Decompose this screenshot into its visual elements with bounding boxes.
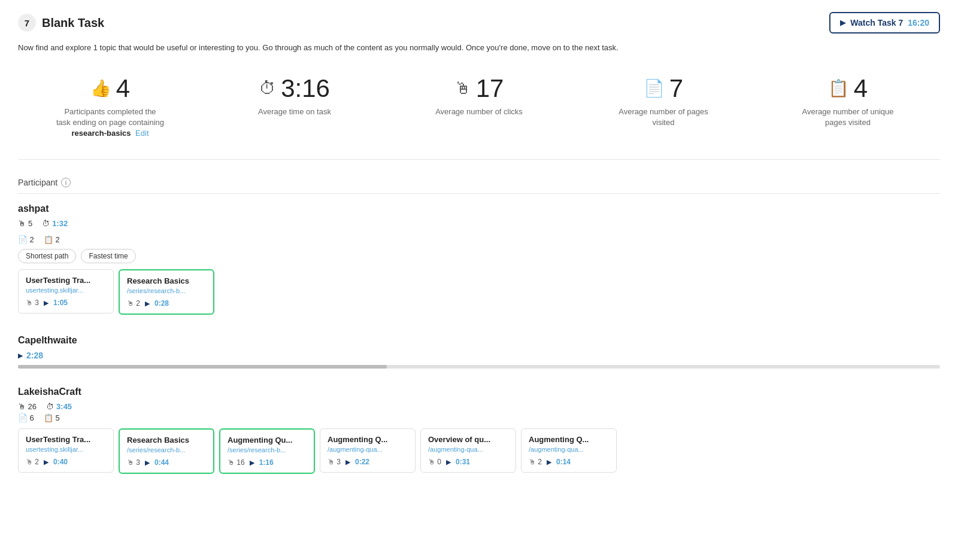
page-time-rb: 0:28 bbox=[154, 299, 169, 308]
page-card-lk-4: Augmenting Q... /augmenting-qua... 🖱 3 ▶… bbox=[320, 428, 416, 473]
play-lk6: ▶ bbox=[547, 458, 551, 466]
badge-fastest-time[interactable]: Fastest time bbox=[81, 249, 135, 263]
participant-ashpat-stats: 🖱 5 ⏱ 1:32 bbox=[18, 219, 940, 230]
task-number: 7 bbox=[18, 14, 36, 32]
badge-shortest-path[interactable]: Shortest path bbox=[18, 249, 76, 263]
scroll-thumb-cap bbox=[18, 365, 387, 369]
stat-clicks-value: 17 bbox=[476, 74, 504, 103]
section-label: Participant bbox=[18, 178, 57, 187]
stat-clicks: 🖱 17 Average number of clicks bbox=[387, 68, 571, 145]
page-card-stats-lk1: 🖱 2 ▶ 0:40 bbox=[26, 458, 106, 466]
page-card-title: UserTesting Tra... bbox=[26, 276, 106, 285]
stat-participants-value: 4 bbox=[116, 74, 130, 103]
clicks-lk2: 🖱 3 bbox=[127, 458, 140, 467]
play-icon-card-rb: ▶ bbox=[145, 300, 150, 308]
clicks-lk3: 🖱 16 bbox=[228, 458, 245, 467]
clicks-lk5: 🖱 0 bbox=[428, 458, 441, 466]
page-card-lk-6: Augmenting Q... /augmenting-qua... 🖱 2 ▶… bbox=[521, 428, 617, 473]
stat-pages-label: Average number of pages visited bbox=[610, 106, 717, 128]
stat-unique: 📋 4 Average number of unique pages visit… bbox=[756, 68, 940, 145]
play-lk3: ▶ bbox=[250, 459, 254, 467]
participant-capelthwaite: Capelthwaite ▶ 2:28 bbox=[18, 335, 940, 369]
page-card-stats-lk5: 🖱 0 ▶ 0:31 bbox=[428, 458, 508, 466]
play-lk1: ▶ bbox=[44, 458, 48, 466]
lakeisha-pages: 📄 6 bbox=[18, 413, 34, 422]
page-card-stats-rb: 🖱 2 ▶ 0:28 bbox=[127, 299, 206, 308]
page-card-title-lk5: Overview of qu... bbox=[428, 435, 508, 444]
stat-clicks-label: Average number of clicks bbox=[435, 106, 523, 117]
section-header: Participant i bbox=[18, 178, 940, 194]
edit-link[interactable]: Edit bbox=[135, 129, 148, 138]
participant-name-ashpat: ashpat bbox=[18, 203, 940, 214]
stat-pages-value: 7 bbox=[669, 74, 683, 103]
page-card-title-lk4: Augmenting Q... bbox=[328, 435, 408, 444]
page-card-title-lk6: Augmenting Q... bbox=[529, 435, 609, 444]
play-icon: ▶ bbox=[840, 19, 845, 27]
play-lk5: ▶ bbox=[446, 458, 451, 466]
page-card-url-rb[interactable]: /series/research-b... bbox=[127, 287, 206, 294]
ashpat-pages-row: UserTesting Tra... usertesting.skilljar.… bbox=[18, 269, 940, 317]
time-lk4: 0:22 bbox=[355, 458, 369, 466]
page-card-url[interactable]: usertesting.skilljar... bbox=[26, 287, 106, 294]
ashpat-clicks: 🖱 5 bbox=[18, 219, 32, 228]
page-card-url-lk1[interactable]: usertesting.skilljar... bbox=[26, 446, 106, 453]
task-description: Now find and explore 1 topic that would … bbox=[18, 42, 940, 54]
page-card-stats-lk4: 🖱 3 ▶ 0:22 bbox=[328, 458, 408, 466]
stat-participants: 👍 4 Participants completed the task endi… bbox=[18, 68, 202, 145]
page-card-lk-5: Overview of qu... /augmenting-qua... 🖱 0… bbox=[420, 428, 516, 473]
thumb-icon: 👍 bbox=[90, 78, 111, 98]
cursor-icon: 🖱 bbox=[454, 78, 471, 98]
time-lk1: 0:40 bbox=[53, 458, 68, 466]
page-card-url-lk5[interactable]: /augmenting-qua... bbox=[428, 446, 508, 453]
clicks-lk1: 🖱 2 bbox=[26, 458, 39, 466]
stat-pages: 📄 7 Average number of pages visited bbox=[571, 68, 756, 145]
participant-lakeisha: LakeishaCraft 🖱 26 ⏱ 3:45 📄 6 📋 5 UserTe… bbox=[18, 386, 940, 476]
ashpat-pages: 📄 2 bbox=[18, 235, 34, 244]
stat-time-label: Average time on task bbox=[258, 106, 331, 117]
watch-button-label: Watch Task 7 bbox=[850, 18, 903, 28]
participant-name-lakeisha: LakeishaCraft bbox=[18, 386, 940, 397]
stats-row: 👍 4 Participants completed the task endi… bbox=[18, 68, 940, 160]
page-card-highlight: Research Basics /series/research-b... 🖱 … bbox=[119, 269, 214, 315]
watch-task-button[interactable]: ▶ Watch Task 7 16:20 bbox=[829, 12, 940, 34]
page-time: 1:05 bbox=[53, 299, 68, 307]
page-card-url-lk4[interactable]: /augmenting-qua... bbox=[328, 446, 408, 453]
time-lk2: 0:44 bbox=[154, 458, 169, 467]
page-card-title-lk3: Augmenting Qu... bbox=[228, 436, 307, 445]
participant-ashpat: ashpat 🖱 5 ⏱ 1:32 📄 2 📋 2 Shortest path … bbox=[18, 203, 940, 317]
cursor-icon-card: 🖱 3 bbox=[26, 299, 39, 307]
time-lk6: 0:14 bbox=[556, 458, 571, 466]
lakeisha-pages-row: UserTesting Tra... usertesting.skilljar.… bbox=[18, 428, 940, 476]
page-card-stats-lk2: 🖱 3 ▶ 0:44 bbox=[127, 458, 206, 467]
page-card-url-lk2[interactable]: /series/research-b... bbox=[127, 446, 206, 454]
page-card-url-lk6[interactable]: /augmenting-qua... bbox=[529, 446, 609, 453]
time-lk3: 1:16 bbox=[259, 458, 274, 467]
page-card-lk-2: Research Basics /series/research-b... 🖱 … bbox=[119, 428, 214, 474]
stat-unique-label: Average number of unique pages visited bbox=[794, 106, 902, 128]
unique-icon: 📋 bbox=[828, 78, 849, 98]
ashpat-time: ⏱ 1:32 bbox=[42, 219, 68, 228]
pages-icon: 📄 bbox=[644, 78, 665, 98]
clock-icon-ashpat: ⏱ bbox=[42, 219, 50, 228]
page-card-lk-1: UserTesting Tra... usertesting.skilljar.… bbox=[18, 428, 114, 473]
lakeisha-clicks: 🖱 26 bbox=[18, 402, 37, 411]
cap-time: 2:28 bbox=[26, 351, 43, 360]
page-card-stats: 🖱 3 ▶ 1:05 bbox=[26, 299, 106, 307]
page-card: UserTesting Tra... usertesting.skilljar.… bbox=[18, 269, 114, 314]
clock-icon: ⏱ bbox=[259, 78, 276, 98]
stat-time-value: 3:16 bbox=[281, 74, 330, 103]
info-icon[interactable]: i bbox=[61, 178, 71, 187]
scroll-track-cap[interactable] bbox=[18, 365, 940, 369]
lakeisha-time: ⏱ 3:45 bbox=[46, 402, 72, 411]
stat-time: ⏱ 3:16 Average time on task bbox=[202, 68, 387, 145]
watch-time: 16:20 bbox=[908, 18, 929, 28]
page-card-lk-3: Augmenting Qu... /series/research-b... 🖱… bbox=[219, 428, 315, 474]
participant-name-capelthwaite: Capelthwaite bbox=[18, 335, 940, 346]
clicks-lk6: 🖱 2 bbox=[529, 458, 542, 466]
stat-participants-label: Participants completed the task ending o… bbox=[56, 106, 164, 139]
page-card-url-lk3[interactable]: /series/research-b... bbox=[228, 446, 307, 454]
page-card-stats-lk3: 🖱 16 ▶ 1:16 bbox=[228, 458, 307, 467]
task-title: Blank Task bbox=[42, 16, 104, 30]
stat-unique-value: 4 bbox=[854, 74, 868, 103]
play-lk2: ▶ bbox=[145, 459, 150, 467]
